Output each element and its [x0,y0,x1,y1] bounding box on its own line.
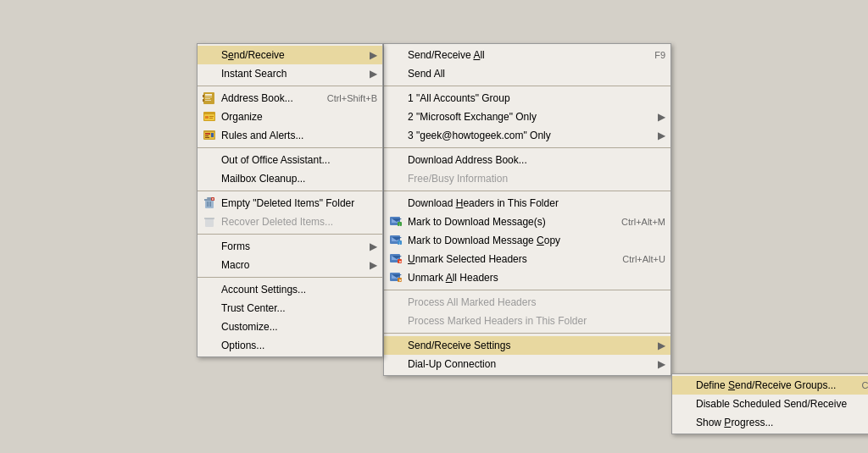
mark-download-msgs-icon: ↓ [387,213,404,230]
svg-rect-10 [209,116,214,117]
address-book-icon [201,90,218,107]
svg-text:↓: ↓ [398,222,401,227]
svg-rect-1 [205,94,212,96]
menu-item-unmark-all[interactable]: × Unmark All Headers [384,268,670,287]
menu-item-download-address-book[interactable]: Download Address Book... [384,151,670,169]
svg-rect-6 [203,99,204,102]
send-receive-settings-label: Send/Receive Settings [408,340,510,351]
process-folder-label: Process Marked Headers in This Folder [408,315,587,327]
mark-download-copy-label: Mark to Download Message Copy [408,235,560,246]
svg-rect-14 [205,133,210,135]
svg-text:×: × [212,196,214,202]
mailbox-label: Mailbox Cleanup... [221,173,305,185]
menu-container: Send/Receive ▶ Instant Search ▶ Address … [197,43,671,376]
define-groups-label: Define Send/Receive Groups... [696,379,836,391]
menu-item-instant-search[interactable]: Instant Search ▶ [198,64,382,83]
rules-icon [201,127,218,144]
arrow-icon: ▶ [353,49,377,61]
svg-text:×: × [399,278,403,283]
menu-item-process-all[interactable]: Process All Marked Headers [384,293,670,312]
organize-icon [201,108,218,125]
menu-item-rules[interactable]: Rules and Alerts... [198,126,382,145]
account-settings-label: Account Settings... [221,284,306,296]
free-busy-label: Free/Busy Information [408,173,508,185]
empty-deleted-label: Empty "Deleted Items" Folder [221,197,354,209]
svg-rect-17 [211,133,214,137]
menu-item-organize[interactable]: Organize [198,108,382,126]
menu-item-ms-exchange[interactable]: 2 "Microsoft Exchange" Only ▶ [384,108,670,126]
menu-item-send-all[interactable]: Send All [384,64,670,83]
send-receive-all-shortcut: F9 [629,50,665,60]
menu-item-customize[interactable]: Customize... [198,318,382,336]
process-all-label: Process All Marked Headers [408,296,536,308]
svg-rect-4 [205,100,211,101]
menu-item-options[interactable]: Options... [198,336,382,355]
menu-item-empty-deleted[interactable]: × Empty "Deleted Items" Folder [198,194,382,213]
menu-item-trust-center[interactable]: Trust Center... [198,299,382,318]
customize-label: Customize... [221,321,278,333]
menu-item-geek-account[interactable]: 3 "geek@howtogeek.com" Only ▶ [384,126,670,145]
mark-download-copy-icon: ↓ [387,232,404,249]
arrow-icon: ▶ [641,358,665,370]
svg-rect-11 [209,118,213,119]
menu-item-process-folder[interactable]: Process Marked Headers in This Folder [384,312,670,330]
menu-item-unmark-selected[interactable]: × Unmark Selected Headers Ctrl+Alt+U [384,250,670,268]
geek-account-label: 3 "geek@howtogeek.com" Only [408,130,551,141]
menu-item-define-groups[interactable]: Define Send/Receive Groups... Ctrl+Alt+S… [672,376,868,395]
menu-item-send-receive-all[interactable]: Send/Receive All F9 [384,46,670,64]
svg-rect-21 [207,202,208,207]
mark-download-msgs-shortcut: Ctrl+Alt+M [596,217,665,227]
menu-item-free-busy[interactable]: Free/Busy Information [384,169,670,188]
menu-send-receive: Send/Receive All F9 Send All 1 "All Acco… [383,43,671,376]
unmark-selected-icon: × [387,251,404,268]
menu-item-out-of-office[interactable]: Out of Office Assistant... [198,151,382,169]
menu-item-account-settings[interactable]: Account Settings... [198,280,382,299]
menu-item-send-receive[interactable]: Send/Receive ▶ [198,46,382,64]
send-all-label: Send All [408,68,445,80]
show-progress-label: Show Progress... [696,417,773,428]
menu-item-download-headers[interactable]: Download Headers in This Folder [384,194,670,213]
arrow-icon: ▶ [641,111,665,123]
arrow-icon: ▶ [353,240,377,252]
svg-rect-22 [209,202,209,207]
instant-search-label: Instant Search [221,68,287,80]
disable-scheduled-label: Disable Scheduled Send/Receive [696,398,847,410]
address-book-label: Address Book... [221,92,293,104]
define-groups-shortcut: Ctrl+Alt+S [836,380,868,390]
arrow-icon: ▶ [641,340,665,351]
svg-rect-2 [205,97,212,97]
unmark-all-icon: × [387,269,404,286]
dial-up-label: Dial-Up Connection [408,358,496,370]
menu-item-dial-up[interactable]: Dial-Up Connection ▶ [384,355,670,373]
menu-send-receive-settings: Define Send/Receive Groups... Ctrl+Alt+S… [671,373,868,434]
recover-icon [201,213,218,230]
recover-label: Recover Deleted Items... [221,216,333,228]
unmark-selected-shortcut: Ctrl+Alt+U [597,254,665,264]
menu-item-recover[interactable]: Recover Deleted Items... [198,213,382,231]
organize-label: Organize [221,111,263,123]
svg-rect-27 [204,218,214,219]
svg-rect-26 [205,218,214,227]
menu-item-mark-download-copy[interactable]: ↓ Mark to Download Message Copy [384,231,670,250]
trust-center-label: Trust Center... [221,302,286,314]
menu-item-disable-scheduled[interactable]: Disable Scheduled Send/Receive [672,395,868,413]
svg-rect-15 [205,135,209,136]
menu-item-macro[interactable]: Macro ▶ [198,256,382,274]
out-of-office-label: Out of Office Assistant... [221,154,331,166]
menu-item-forms[interactable]: Forms ▶ [198,237,382,256]
menu-item-mark-download-msgs[interactable]: ↓ Mark to Download Message(s) Ctrl+Alt+M [384,213,670,231]
menu-item-send-receive-settings[interactable]: Send/Receive Settings ▶ [384,336,670,355]
address-book-shortcut: Ctrl+Shift+B [302,93,377,103]
download-headers-label: Download Headers in This Folder [408,197,559,209]
arrow-icon: ▶ [641,130,665,141]
unmark-all-label: Unmark All Headers [408,272,498,284]
menu-item-show-progress[interactable]: Show Progress... [672,413,868,432]
macro-label: Macro [221,259,249,271]
svg-rect-9 [205,116,209,119]
send-receive-all-label: Send/Receive All [408,49,485,61]
menu-item-mailbox[interactable]: Mailbox Cleanup... [198,169,382,188]
empty-deleted-icon: × [201,195,218,212]
svg-text:×: × [399,259,403,264]
menu-item-all-accounts[interactable]: 1 "All Accounts" Group [384,89,670,108]
menu-item-address-book[interactable]: Address Book... Ctrl+Shift+B [198,89,382,108]
